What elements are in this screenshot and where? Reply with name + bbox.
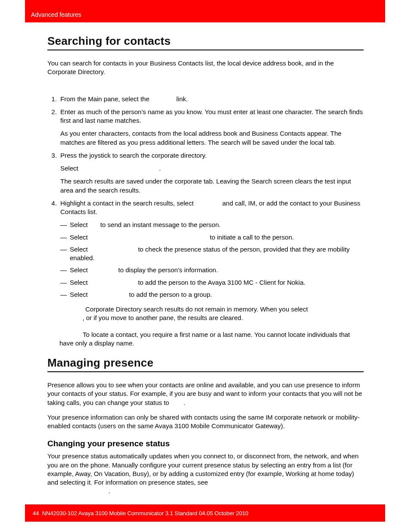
page-number: 44 (33, 510, 39, 516)
presence-paragraph-3: Your presence status automatically updat… (47, 452, 364, 495)
list-item: Select to display the person's informati… (70, 266, 364, 274)
header-bar: Advanced features (25, 0, 385, 22)
page-content: Searching for contacts You can search fo… (47, 26, 364, 502)
note-locate-contact: To locate a contact, you require a first… (59, 330, 364, 348)
dash-list: Select to send an instant message to the… (60, 221, 364, 299)
list-item: Select to initiate a call to the person. (70, 233, 364, 242)
step-4: Highlight a contact in the search result… (59, 199, 364, 299)
section-rule (47, 371, 364, 372)
steps-list: From the Main pane, select the link. Ent… (47, 95, 364, 299)
intro-paragraph: You can search for contacts in your Busi… (47, 59, 364, 77)
section-rule (47, 50, 364, 50)
section-title-searching: Searching for contacts (47, 34, 364, 48)
presence-paragraph-1: Presence allows you to see when your con… (47, 381, 364, 407)
step-2: Enter as much of the person's name as yo… (59, 108, 364, 147)
list-item: Select to add the person to a group. (70, 290, 364, 299)
footer-bar: 44 NN42030-102 Avaya 3100 Mobile Communi… (25, 504, 385, 522)
note-corporate-directory: Corporate Directory search results do no… (68, 305, 364, 323)
footer-text: NN42030-102 Avaya 3100 Mobile Communicat… (42, 510, 249, 516)
list-item: Select to check the presence status of t… (70, 245, 364, 263)
step-3: Press the joystick to search the corpora… (59, 151, 364, 195)
section-title-presence: Managing presence (47, 356, 364, 370)
step-1: From the Main pane, select the link. (59, 95, 364, 103)
breadcrumb: Advanced features (31, 11, 81, 18)
list-item: Select to send an instant message to the… (70, 221, 364, 229)
presence-paragraph-2: Your presence information can only be sh… (47, 413, 364, 431)
list-item: Select to add the person to the Avaya 31… (70, 278, 364, 287)
subsection-changing-status: Changing your presence status (47, 439, 364, 448)
